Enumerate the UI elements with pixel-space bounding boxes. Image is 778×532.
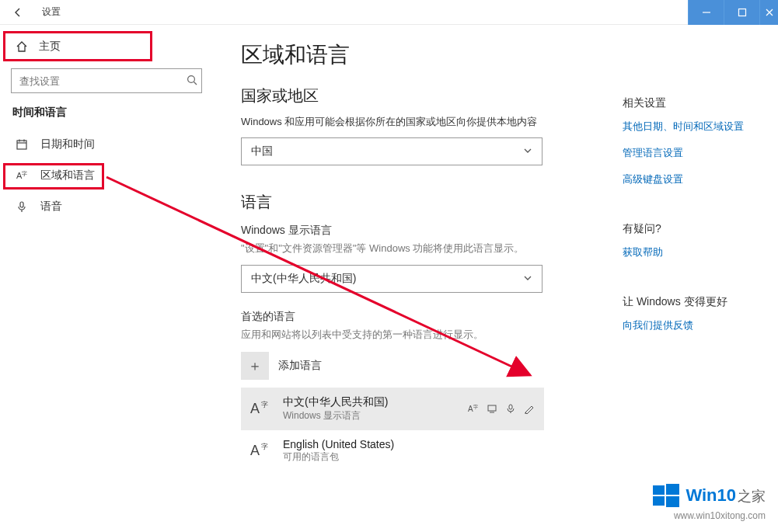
svg-rect-4 <box>17 141 26 149</box>
display-lang-icon: A字 <box>468 403 479 414</box>
question-heading: 有疑问? <box>623 222 762 236</box>
language-item-text: English (United States) 可用的语言包 <box>283 438 394 464</box>
related-link[interactable]: 管理语言设置 <box>623 146 762 160</box>
maximize-button[interactable] <box>724 0 759 25</box>
language-item-sub: Windows 显示语言 <box>283 409 388 422</box>
plus-icon: ＋ <box>241 352 269 380</box>
titlebar: 设置 <box>0 0 778 25</box>
svg-text:字: 字 <box>473 404 478 409</box>
home-icon <box>16 40 28 53</box>
svg-rect-20 <box>666 496 679 507</box>
aside: 相关设置 其他日期、时间和区域设置 管理语言设置 高级键盘设置 有疑问? 获取帮… <box>623 40 770 532</box>
region-heading: 国家或地区 <box>241 85 567 106</box>
sidebar-group-title: 时间和语言 <box>12 106 205 120</box>
language-glyph-icon: A字 <box>250 401 272 417</box>
sidebar-item-label: 区域和语言 <box>40 169 95 183</box>
svg-line-3 <box>194 82 197 85</box>
language-item-name: English (United States) <box>283 438 394 450</box>
add-language-label: 添加语言 <box>278 359 322 373</box>
page-title: 区域和语言 <box>241 40 567 70</box>
main: 区域和语言 国家或地区 Windows 和应用可能会根据你所在的国家或地区向你提… <box>216 25 778 532</box>
display-language-desc: "设置"和"文件资源管理器"等 Windows 功能将使用此语言显示。 <box>241 241 567 256</box>
svg-rect-17 <box>653 485 665 495</box>
svg-point-2 <box>188 76 195 83</box>
back-button[interactable] <box>0 0 36 25</box>
app-title: 设置 <box>42 5 61 19</box>
windows-logo-icon <box>653 482 679 509</box>
preferred-languages-desc: 应用和网站将以列表中受支持的第一种语言进行显示。 <box>241 327 567 342</box>
language-item-chinese[interactable]: A字 中文(中华人民共和国) Windows 显示语言 A字 <box>241 388 544 430</box>
svg-rect-18 <box>666 484 679 495</box>
sidebar-item-datetime[interactable]: 日期和时间 <box>11 129 205 160</box>
country-select-value: 中国 <box>251 144 273 158</box>
sidebar-item-label: 日期和时间 <box>40 137 95 151</box>
language-item-name: 中文(中华人民共和国) <box>283 395 388 409</box>
language-heading: 语言 <box>241 192 567 213</box>
svg-rect-15 <box>509 405 512 409</box>
preferred-languages-label: 首选的语言 <box>241 310 567 324</box>
watermark: Win10之家 www.win10xitong.com <box>653 482 766 521</box>
add-language-button[interactable]: ＋ 添加语言 <box>241 352 567 380</box>
display-language-label: Windows 显示语言 <box>241 224 567 238</box>
text-to-speech-icon <box>487 403 497 414</box>
related-settings-heading: 相关设置 <box>623 96 762 110</box>
calendar-icon <box>16 138 28 151</box>
handwriting-icon <box>524 403 535 414</box>
sidebar-item-speech[interactable]: 语音 <box>11 191 205 222</box>
content: 区域和语言 国家或地区 Windows 和应用可能会根据你所在的国家或地区向你提… <box>241 40 567 532</box>
search-icon <box>187 75 197 85</box>
region-desc: Windows 和应用可能会根据你所在的国家或地区向你提供本地内容 <box>241 114 567 130</box>
related-link[interactable]: 高级键盘设置 <box>623 172 762 186</box>
improve-heading: 让 Windows 变得更好 <box>623 295 762 309</box>
svg-text:A: A <box>468 405 473 413</box>
sidebar: 主页 时间和语言 日期和时间 A字 区域和语言 语音 <box>0 25 216 532</box>
sidebar-item-label: 语音 <box>40 200 62 214</box>
chevron-down-icon <box>523 146 532 155</box>
language-item-english[interactable]: A字 English (United States) 可用的语言包 <box>241 430 544 471</box>
country-select[interactable]: 中国 <box>241 137 543 165</box>
speech-icon <box>505 403 516 414</box>
search-input[interactable] <box>11 68 202 93</box>
watermark-url: www.win10xitong.com <box>653 510 766 521</box>
svg-rect-1 <box>738 9 745 16</box>
svg-rect-13 <box>488 405 496 411</box>
display-language-select[interactable]: 中文(中华人民共和国) <box>241 265 543 293</box>
chevron-down-icon <box>523 273 532 283</box>
window-controls <box>688 0 778 25</box>
help-link[interactable]: 获取帮助 <box>623 245 762 259</box>
close-button[interactable] <box>759 0 778 25</box>
minimize-button[interactable] <box>688 0 724 25</box>
language-feature-icons: A字 <box>468 403 535 414</box>
sidebar-item-region-language[interactable]: A字 区域和语言 <box>11 160 205 191</box>
display-language-value: 中文(中华人民共和国) <box>251 272 356 286</box>
search-wrap <box>11 68 205 93</box>
related-link[interactable]: 其他日期、时间和区域设置 <box>623 120 762 134</box>
language-glyph-icon: A字 <box>250 443 272 459</box>
svg-rect-10 <box>20 202 23 207</box>
sidebar-home[interactable]: 主页 <box>11 31 205 62</box>
svg-rect-19 <box>653 496 665 506</box>
microphone-icon <box>16 200 28 213</box>
svg-text:字: 字 <box>22 171 27 176</box>
language-item-text: 中文(中华人民共和国) Windows 显示语言 <box>283 395 388 422</box>
language-a-icon: A字 <box>16 169 28 182</box>
sidebar-home-label: 主页 <box>39 40 61 54</box>
watermark-title: Win10之家 <box>686 485 766 506</box>
feedback-link[interactable]: 向我们提供反馈 <box>623 318 762 332</box>
language-item-sub: 可用的语言包 <box>283 450 394 464</box>
